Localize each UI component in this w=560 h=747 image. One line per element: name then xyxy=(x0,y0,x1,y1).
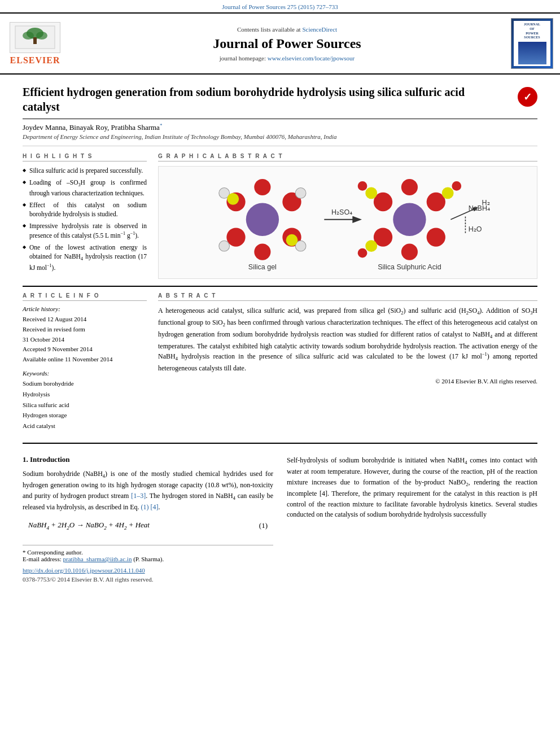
svg-point-3 xyxy=(23,32,34,40)
body-content: 1. Introduction Sodium borohydride (NaBH… xyxy=(23,449,537,583)
accepted-date: Accepted 9 November 2014 xyxy=(23,344,147,355)
ref-eq1[interactable]: (1) xyxy=(141,503,149,511)
keyword-4: Hydrogen storage xyxy=(23,410,147,421)
article-history: Article history: Received 12 August 2014… xyxy=(23,305,147,364)
elsevier-logo: ELSEVIER xyxy=(7,22,63,65)
svg-point-11 xyxy=(254,244,270,260)
article-info-heading: A R T I C L E I N F O xyxy=(23,292,147,301)
email-link[interactable]: pratibha_sharma@iitb.ac.in xyxy=(63,556,132,562)
elsevier-logo-image xyxy=(10,22,60,53)
copyright-notice: © 2014 Elsevier B.V. All rights reserved… xyxy=(158,377,537,386)
svg-text:Silica gel: Silica gel xyxy=(248,264,277,272)
main-content: Efficient hydrogen generation from sodiu… xyxy=(0,75,560,583)
svg-point-8 xyxy=(226,228,245,247)
sciencedirect-line: Contents lists available at ScienceDirec… xyxy=(69,26,505,33)
svg-point-29 xyxy=(365,187,377,199)
keywords-title: Keywords: xyxy=(23,370,147,377)
journal-header-center: Contents lists available at ScienceDirec… xyxy=(69,26,505,62)
svg-point-27 xyxy=(401,179,418,195)
abstract-paragraph: A heterogeneous acid catalyst, silica su… xyxy=(158,305,537,373)
right-body-section: Self-hydrolysis of sodium borohydride is… xyxy=(287,455,537,583)
journal-title: Journal of Power Sources xyxy=(69,36,505,51)
ref-1-3[interactable]: [1–3] xyxy=(131,492,146,500)
svg-point-28 xyxy=(401,244,418,260)
authors-line: Joydev Manna, Binayak Roy, Pratibha Shar… xyxy=(23,119,537,133)
article-info-abstract: A R T I C L E I N F O Article history: R… xyxy=(23,286,537,436)
graphical-abstract-section: G R A P H I C A L A B S T R A C T xyxy=(158,153,537,279)
journal-reference: Journal of Power Sources 275 (2015) 727–… xyxy=(222,3,338,10)
revised-date: Received in revised form31 October 2014 xyxy=(23,325,147,344)
keyword-3: Silica sulfuric acid xyxy=(23,400,147,410)
svg-point-33 xyxy=(452,181,461,191)
crossmark-badge: ✓ xyxy=(518,87,537,107)
keyword-5: Acid catalyst xyxy=(23,421,147,431)
journal-header: ELSEVIER Contents lists available at Sci… xyxy=(0,12,560,75)
abstract-section: A B S T R A C T A heterogeneous acid cat… xyxy=(158,292,537,431)
svg-point-14 xyxy=(219,241,230,252)
svg-point-13 xyxy=(295,188,306,199)
svg-point-31 xyxy=(365,241,377,252)
abstract-body: A heterogeneous acid catalyst, silica su… xyxy=(158,305,537,386)
equation-text: NaBH4 + 2H2O → NaBO2 + 4H2 + Heat xyxy=(28,521,150,531)
svg-point-17 xyxy=(286,234,298,246)
doi-line: http://dx.doi.org/10.1016/j.jpowsour.201… xyxy=(23,567,273,574)
abstract-heading: A B S T R A C T xyxy=(158,292,537,301)
equation-1: NaBH4 + 2H2O → NaBO2 + 4H2 + Heat (1) xyxy=(23,517,273,534)
elsevier-brand: ELSEVIER xyxy=(10,55,60,65)
doi-link[interactable]: http://dx.doi.org/10.1016/j.jpowsour.201… xyxy=(23,567,145,574)
history-title: Article history: xyxy=(23,305,147,312)
top-bar: Journal of Power Sources 275 (2015) 727–… xyxy=(0,0,560,12)
keyword-2: Hydrolysis xyxy=(23,389,147,400)
body-divider xyxy=(23,443,537,444)
highlight-item-2: Loading of –SO3H group is confirmed thro… xyxy=(23,178,147,198)
homepage-line: journal homepage: www.elsevier.com/locat… xyxy=(69,55,505,62)
highlight-item-4: Impressive hydrolysis rate is observed i… xyxy=(23,221,147,240)
svg-point-30 xyxy=(442,187,454,199)
graphical-abstract-image: Silica gel H₂SO₄ xyxy=(158,166,537,279)
svg-point-32 xyxy=(358,181,368,191)
email-line: E-mail address: pratibha_sharma@iitb.ac.… xyxy=(23,556,273,562)
svg-text:H₂: H₂ xyxy=(482,199,490,207)
highlights-section: H I G H L I G H T S Silica sulfuric acid… xyxy=(23,153,147,279)
issn-footer: 0378-7753/© 2014 Elsevier B.V. All right… xyxy=(23,576,273,583)
svg-point-22 xyxy=(393,203,426,236)
article-info-section: A R T I C L E I N F O Article history: R… xyxy=(23,292,147,431)
intro-text-1: Sodium borohydride (NaBH4) is one of the… xyxy=(23,469,273,513)
corresponding-note: * Corresponding author. xyxy=(23,549,273,556)
svg-point-5 xyxy=(246,203,279,236)
highlights-heading: H I G H L I G H T S xyxy=(23,153,147,161)
intro-heading: 1. Introduction xyxy=(23,455,273,464)
right-body-text: Self-hydrolysis of sodium borohydride is… xyxy=(287,455,537,520)
highlight-item-3: Effect of this catalyst on sodium borohy… xyxy=(23,200,147,219)
introduction-section: 1. Introduction Sodium borohydride (NaBH… xyxy=(23,455,273,583)
article-title: Efficient hydrogen generation from sodiu… xyxy=(23,85,485,114)
keyword-1: Sodium borohydride xyxy=(23,378,147,389)
equation-number: (1) xyxy=(259,521,268,530)
svg-text:H₂SO₄: H₂SO₄ xyxy=(331,209,352,217)
svg-point-10 xyxy=(254,179,270,195)
highlight-item-5: One of the lowest activation energy is o… xyxy=(23,243,147,272)
svg-point-16 xyxy=(227,193,239,205)
sciencedirect-link[interactable]: ScienceDirect xyxy=(302,26,337,33)
highlight-item-1: Silica sulfuric acid is prepared success… xyxy=(23,166,147,175)
svg-point-26 xyxy=(427,228,445,247)
journal-cover-image: JOURNALOFPOWERSOURCES xyxy=(511,18,553,69)
graphical-abstract-heading: G R A P H I C A L A B S T R A C T xyxy=(158,153,537,161)
svg-point-4 xyxy=(36,32,47,40)
svg-rect-2 xyxy=(33,37,37,44)
available-date: Available online 11 November 2014 xyxy=(23,355,147,365)
svg-text:Silica Sulphuric Acid: Silica Sulphuric Acid xyxy=(378,264,441,272)
article-title-section: Efficient hydrogen generation from sodiu… xyxy=(23,75,537,119)
highlights-graphical-abstract: H I G H L I G H T S Silica sulfuric acid… xyxy=(23,146,537,286)
footnotes: * Corresponding author. E-mail address: … xyxy=(23,545,273,583)
homepage-url[interactable]: www.elsevier.com/locate/jpowsour xyxy=(268,55,355,62)
svg-point-34 xyxy=(358,248,368,258)
affiliation: Department of Energy Science and Enginee… xyxy=(23,133,537,146)
ref-4[interactable]: [4] xyxy=(151,503,159,511)
received-date: Received 12 August 2014 xyxy=(23,314,147,325)
svg-line-38 xyxy=(450,208,477,220)
keywords-section: Keywords: Sodium borohydride Hydrolysis … xyxy=(23,370,147,431)
highlights-list: Silica sulfuric acid is prepared success… xyxy=(23,166,147,272)
svg-text:H₂O: H₂O xyxy=(469,225,482,233)
